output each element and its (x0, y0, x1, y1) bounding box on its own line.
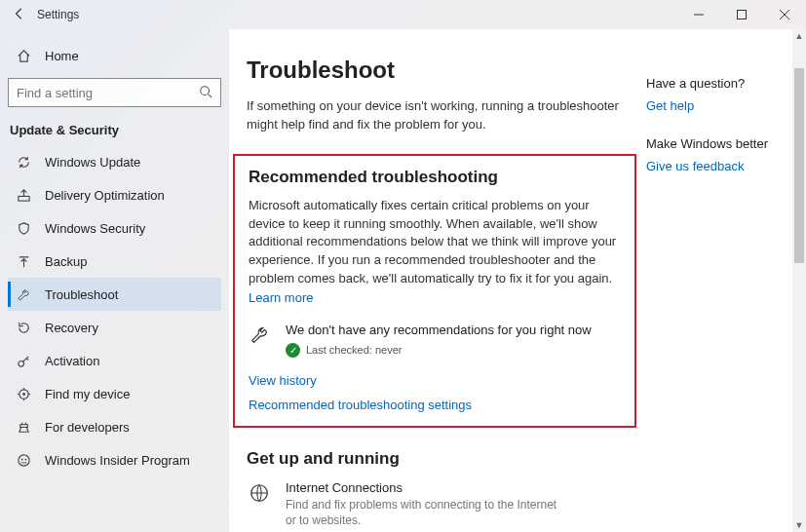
last-checked: Last checked: never (306, 344, 402, 356)
recovery-icon (16, 321, 31, 335)
svg-point-4 (201, 86, 210, 95)
check-icon: ✓ (286, 343, 300, 358)
sidebar-category: Update & Security (8, 117, 221, 145)
sidebar-item-label: Windows Insider Program (45, 453, 190, 468)
sidebar-item-windows-security[interactable]: Windows Security (8, 211, 221, 245)
sidebar-home-label: Home (45, 49, 79, 63)
search-input[interactable] (17, 86, 199, 100)
sidebar-item-label: Troubleshoot (45, 287, 118, 302)
recommended-settings-link[interactable]: Recommended troubleshooting settings (249, 398, 621, 412)
insider-icon (16, 453, 31, 468)
page-intro: If something on your device isn't workin… (247, 97, 631, 134)
sidebar-item-label: For developers (45, 420, 130, 435)
getup-heading: Get up and running (247, 449, 631, 469)
delivery-icon (16, 188, 31, 203)
sidebar: Home Update & Security Windows Update De… (0, 29, 229, 532)
sidebar-item-label: Windows Update (45, 155, 140, 170)
svg-point-12 (24, 458, 26, 460)
wrench-icon (249, 323, 272, 349)
sidebar-item-label: Windows Security (45, 221, 145, 236)
sidebar-item-delivery-optimization[interactable]: Delivery Optimization (8, 178, 221, 211)
svg-rect-1 (738, 11, 747, 19)
learn-more-link[interactable]: Learn more (249, 290, 621, 305)
aside: Have a question? Get help Make Windows b… (631, 57, 796, 532)
recommended-body: Microsoft automatically fixes certain cr… (249, 197, 621, 288)
get-help-link[interactable]: Get help (646, 98, 796, 113)
locate-icon (16, 387, 31, 401)
sidebar-item-label: Recovery (45, 321, 98, 335)
key-icon (16, 354, 31, 368)
status-message: We don't have any recommendations for yo… (286, 323, 621, 337)
sidebar-item-label: Delivery Optimization (45, 188, 165, 203)
search-box[interactable] (8, 78, 221, 107)
window-title: Settings (37, 8, 79, 21)
feedback-heading: Make Windows better (646, 136, 796, 151)
main-pane: Troubleshoot If something on your device… (229, 29, 806, 532)
shield-icon (16, 221, 31, 236)
question-heading: Have a question? (646, 76, 796, 91)
title-bar: Settings (0, 0, 806, 29)
scrollbar[interactable]: ▲ ▼ (792, 29, 806, 532)
svg-point-9 (22, 393, 25, 396)
globe-icon (247, 480, 272, 528)
backup-icon (16, 254, 31, 269)
sidebar-item-label: Find my device (45, 387, 130, 401)
close-button[interactable] (763, 0, 806, 29)
recommended-heading: Recommended troubleshooting (249, 168, 621, 187)
troubleshooter-item[interactable]: Internet Connections Find and fix proble… (247, 480, 631, 528)
sidebar-item-backup[interactable]: Backup (8, 245, 221, 278)
page-title: Troubleshoot (247, 57, 631, 84)
sidebar-item-label: Backup (45, 254, 87, 269)
sidebar-nav: Windows Update Delivery Optimization Win… (8, 145, 221, 476)
sidebar-item-find-my-device[interactable]: Find my device (8, 377, 221, 410)
home-icon (16, 49, 31, 63)
sidebar-item-recovery[interactable]: Recovery (8, 311, 221, 344)
svg-rect-6 (18, 196, 28, 201)
feedback-link[interactable]: Give us feedback (646, 159, 796, 173)
maximize-button[interactable] (720, 0, 763, 29)
sidebar-item-troubleshoot[interactable]: Troubleshoot (8, 278, 221, 311)
sidebar-item-for-developers[interactable]: For developers (8, 410, 221, 443)
back-button[interactable] (8, 7, 31, 23)
status-row: We don't have any recommendations for yo… (249, 323, 621, 358)
sidebar-item-insider-program[interactable]: Windows Insider Program (8, 443, 221, 476)
sidebar-item-windows-update[interactable]: Windows Update (8, 145, 221, 178)
search-icon (199, 85, 212, 101)
svg-point-11 (20, 458, 22, 460)
sidebar-item-label: Activation (45, 354, 99, 368)
wrench-icon (16, 287, 31, 302)
recommended-box: Recommended troubleshooting Microsoft au… (233, 154, 636, 428)
troubleshooter-name: Internet Connections (286, 480, 568, 495)
scroll-down-icon[interactable]: ▼ (792, 518, 806, 532)
dev-icon (16, 420, 31, 435)
minimize-button[interactable] (677, 0, 720, 29)
troubleshooter-desc: Find and fix problems with connecting to… (286, 497, 568, 528)
sidebar-home[interactable]: Home (8, 39, 221, 72)
scroll-up-icon[interactable]: ▲ (792, 29, 806, 43)
refresh-icon (16, 155, 31, 170)
view-history-link[interactable]: View history (249, 373, 621, 388)
scroll-thumb[interactable] (794, 68, 804, 263)
svg-point-10 (18, 454, 28, 465)
svg-line-5 (209, 94, 212, 97)
sidebar-item-activation[interactable]: Activation (8, 344, 221, 377)
